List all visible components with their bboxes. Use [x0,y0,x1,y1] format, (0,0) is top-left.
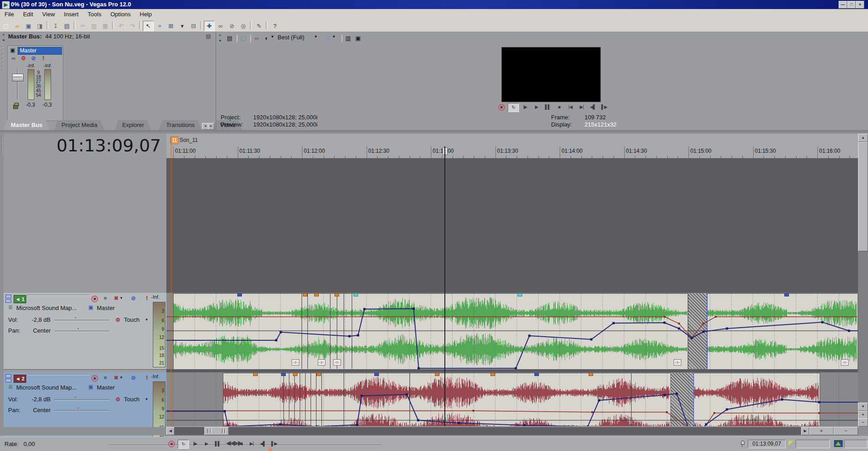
auto-preview-icon[interactable] [834,440,843,447]
audio-event[interactable] [693,373,820,426]
dock-splitter[interactable] [0,130,868,134]
timeline-zoom-out-button[interactable]: − [834,427,858,435]
solo-icon[interactable]: ! [39,55,47,62]
vol-slider[interactable] [54,320,109,321]
audio-event[interactable] [173,293,689,370]
track-zoom-in-button[interactable]: + [858,411,868,419]
selection-length-field[interactable] [796,440,830,448]
vscroll-up-button[interactable]: ▲ [858,134,868,142]
previous-frame-button[interactable]: ◀▌ [258,440,268,448]
event-marker-icon[interactable] [518,293,522,296]
go-to-end-button[interactable]: ▶| [576,103,587,111]
selection-grip-icon[interactable] [788,441,794,446]
event-marker-icon[interactable] [293,373,297,376]
preview-quality-select[interactable]: Best (Full) [278,34,313,42]
quality-dropdown-arrow-icon[interactable]: ▾ [315,34,319,41]
maximize-button[interactable]: □ [847,1,856,9]
tab-scroll-left-icon[interactable]: ◂ [202,123,208,130]
redo-icon[interactable]: ↷ [127,21,138,31]
tab-project-media[interactable]: Project Media [54,120,104,130]
project-properties-icon[interactable]: ◨ [34,21,45,31]
title-bar[interactable]: ▶ 0% (30 of 30) - Son Nu.veg - Vegas Pro… [0,0,868,9]
hscroll-right-button[interactable]: ▶ [801,427,809,435]
event-marker-icon[interactable] [237,293,242,296]
event-marker-icon[interactable] [253,373,258,376]
quality-dropdown-arrow-icon[interactable]: ▾ [271,34,276,41]
tab-explorer[interactable]: Explorer [115,120,151,130]
vscroll-down-button[interactable]: ▼ [858,403,868,411]
play-button[interactable]: ▶ [201,440,212,448]
mute-icon[interactable]: ⊘ [29,55,38,62]
menu-options[interactable]: Options [106,9,135,20]
event-fade-handle-icon[interactable]: ◁▷ [292,359,299,366]
event-fade-handle-icon[interactable]: ◁▷ [333,359,341,366]
pan-slider-thumb[interactable] [78,408,79,409]
zoom-tool-icon[interactable]: ◎ [238,21,249,31]
fader-lock-icon[interactable] [13,103,19,108]
crossfade-region[interactable] [688,293,708,369]
hscroll-left-button[interactable]: ◀ [166,427,175,435]
track-mute-icon[interactable]: ⊘ [129,374,137,381]
save-project-icon[interactable]: ▣ [23,21,34,31]
next-frame-button[interactable]: ▌▶ [599,103,609,111]
dock-pin-icon[interactable]: ◂ [219,38,221,42]
dock-pin-icon[interactable]: ◂ [2,38,5,42]
dock-close-icon[interactable]: × [2,33,5,37]
ignore-grouping-icon[interactable]: ⊘ [226,21,237,31]
audio-event[interactable] [707,293,858,370]
automation-gear-icon[interactable]: ⚙ [114,316,122,324]
event-marker-icon[interactable] [491,373,495,376]
vscroll-thumb[interactable] [858,142,868,251]
menu-file[interactable]: File [0,9,19,20]
track-header-1[interactable]: ◄ 1≈✖⊘!▾-Inf.36912151821≣Microsoft Sound… [4,293,166,370]
event-marker-icon[interactable] [314,293,319,296]
bus-list-icon[interactable]: ▤ [204,33,212,40]
import-media-icon[interactable]: ↧ [50,21,61,31]
menu-edit[interactable]: Edit [19,9,38,20]
paint-tool-icon[interactable]: ✎ [254,21,264,31]
automation-settings-icon[interactable]: ⚙ [19,55,28,62]
crossfade-region[interactable] [670,373,694,426]
track-mute-icon[interactable]: ⊘ [129,295,137,302]
preview-props-icon[interactable]: ▤ [225,33,235,43]
new-project-icon[interactable]: ▢ [0,21,11,31]
track-solo-icon[interactable]: ! [143,295,151,302]
copy-icon[interactable]: ▥ [89,21,99,31]
time-ruler[interactable]: 01:11:0001:11:3001:12:0001:12:3001:13:00… [166,134,858,159]
event-marker-icon[interactable] [354,293,358,296]
previous-frame-button[interactable]: ◀▌ [588,103,598,111]
go-to-start-button[interactable]: |◀ [235,440,245,448]
automation-mode-select[interactable]: Touch [124,396,144,403]
loop-playback-button[interactable]: ↻ [178,440,189,449]
event-marker-icon[interactable] [589,373,593,376]
minimize-button[interactable]: — [839,1,847,9]
vol-slider-thumb[interactable] [75,317,76,318]
external-monitor-icon[interactable]: ▢ [238,33,248,43]
selection-edit-tool-icon[interactable]: ⊞ [165,21,176,31]
cursor-time-field[interactable]: 01:13:09,07 [748,440,786,448]
horizontal-scrollbar[interactable]: ◀▶+− [0,427,868,435]
tab-transitions[interactable]: Transitions [159,120,202,130]
track-meter[interactable]: 36912151821 [153,302,165,367]
audio-event[interactable] [223,373,671,426]
track-fx-dropdown-icon[interactable]: ▾ [120,296,125,302]
track-height-toggle-icon[interactable] [5,374,11,381]
menu-view[interactable]: View [38,9,59,20]
save-snapshot-icon[interactable]: ▣ [353,33,363,43]
timeline-zoom-in-button[interactable]: + [809,427,834,435]
undo-icon[interactable]: ↶ [116,21,127,31]
master-fx-icon[interactable]: ▣ [9,47,17,54]
automation-gear-icon[interactable]: ⚙ [114,396,122,403]
track-fx-icon[interactable]: ✖ [112,374,120,381]
arm-record-icon[interactable] [90,374,99,381]
go-to-start-button[interactable]: |◀ [565,103,576,111]
record-button[interactable] [166,440,177,448]
lock-envelopes-icon[interactable]: ∞ [215,21,226,31]
loop-playback-button[interactable]: ↻ [508,103,519,112]
automation-mode-select[interactable]: Touch [124,316,144,324]
video-fx-icon[interactable]: ∞ [252,33,262,43]
track-name-field[interactable] [27,374,90,375]
event-fade-handle-icon[interactable]: ◁▷ [841,359,849,366]
timeline-marker[interactable]: 11 [170,136,179,144]
menu-help[interactable]: Help [135,9,156,20]
